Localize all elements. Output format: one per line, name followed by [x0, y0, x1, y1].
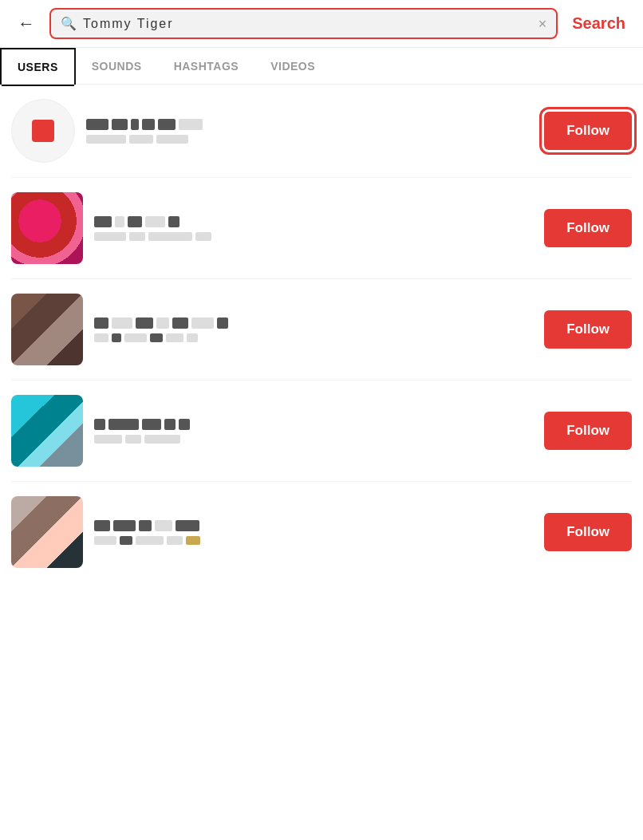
tab-sounds[interactable]: SOUNDS: [76, 49, 158, 84]
text-block: [94, 536, 116, 545]
user-list: Follow Follow: [0, 85, 643, 582]
text-block: [187, 333, 198, 342]
tab-videos[interactable]: VIDEOS: [254, 49, 331, 84]
text-block: [112, 317, 132, 329]
text-block: [191, 317, 214, 329]
user-info: [94, 317, 533, 342]
text-block: [139, 520, 152, 531]
username-bar: [94, 419, 533, 430]
tab-users[interactable]: USERS: [0, 48, 76, 85]
back-button[interactable]: ←: [11, 10, 41, 37]
follow-label: Follow: [566, 220, 609, 235]
text-block: [156, 135, 188, 144]
user-subtext-bar: [94, 232, 533, 241]
text-block: [168, 216, 179, 227]
user-info: [94, 216, 533, 241]
text-block: [125, 435, 141, 444]
username-bar: [94, 520, 533, 531]
list-item: Follow: [11, 279, 632, 381]
text-block: [142, 419, 161, 430]
text-block: [148, 232, 192, 241]
follow-label: Follow: [566, 423, 609, 438]
text-block: [94, 435, 122, 444]
tab-users-label: USERS: [18, 61, 58, 73]
avatar: [11, 99, 75, 163]
search-box: 🔍 ×: [49, 8, 558, 39]
text-block: [94, 317, 108, 329]
clear-icon: ×: [538, 16, 547, 32]
text-block: [131, 119, 139, 130]
clear-button[interactable]: ×: [538, 17, 547, 31]
follow-label: Follow: [566, 123, 609, 138]
text-block: [94, 333, 108, 342]
follow-label: Follow: [566, 524, 609, 539]
text-block: [129, 135, 153, 144]
tab-hashtags-label: HASHTAGS: [174, 60, 239, 73]
text-block: [94, 520, 110, 531]
text-block: [86, 119, 108, 130]
tab-hashtags[interactable]: HASHTAGS: [158, 49, 255, 84]
user-subtext-bar: [94, 435, 533, 444]
text-block: [179, 119, 203, 130]
text-block: [128, 216, 142, 227]
follow-button[interactable]: Follow: [544, 513, 632, 551]
follow-label: Follow: [566, 321, 609, 337]
text-block: [195, 232, 211, 241]
text-block: [136, 536, 164, 545]
text-block: [142, 119, 155, 130]
text-block: [179, 419, 190, 430]
avatar: [11, 496, 83, 568]
search-header: ← 🔍 × Search: [0, 0, 643, 48]
search-button[interactable]: Search: [566, 11, 632, 36]
user-subtext-bar: [86, 135, 533, 144]
text-block: [172, 317, 188, 329]
follow-button[interactable]: Follow: [544, 112, 632, 150]
user-info: [94, 520, 533, 545]
avatar: [11, 395, 83, 467]
user-subtext-bar: [94, 536, 533, 545]
text-block: [112, 333, 121, 342]
list-item: Follow: [11, 85, 632, 178]
text-block: [164, 419, 176, 430]
text-block: [217, 317, 228, 329]
tab-sounds-label: SOUNDS: [92, 60, 142, 73]
text-block: [86, 135, 126, 144]
text-block: [144, 435, 180, 444]
follow-button[interactable]: Follow: [544, 310, 632, 349]
text-block: [176, 520, 199, 531]
text-block: [94, 419, 105, 430]
tab-videos-label: VIDEOS: [270, 60, 315, 73]
search-icon: 🔍: [61, 16, 77, 31]
text-block: [94, 216, 112, 227]
text-block: [166, 333, 183, 342]
text-block: [186, 536, 200, 545]
text-block: [108, 419, 139, 430]
search-button-label: Search: [572, 14, 625, 32]
search-input[interactable]: [83, 17, 532, 31]
avatar-placeholder: [32, 120, 54, 142]
text-block: [155, 520, 172, 531]
text-block: [150, 333, 163, 342]
text-block: [136, 317, 153, 329]
username-bar: [94, 317, 533, 329]
avatar: [11, 294, 83, 365]
text-block: [124, 333, 147, 342]
text-block: [120, 536, 132, 545]
user-subtext-bar: [94, 333, 533, 342]
text-block: [129, 232, 145, 241]
list-item: Follow: [11, 381, 632, 482]
text-block: [112, 119, 128, 130]
text-block: [94, 232, 126, 241]
list-item: Follow: [11, 482, 632, 582]
follow-button[interactable]: Follow: [544, 412, 632, 450]
list-item: Follow: [11, 178, 632, 279]
text-block: [156, 317, 169, 329]
tab-bar: USERS SOUNDS HASHTAGS VIDEOS: [0, 48, 643, 85]
text-block: [145, 216, 165, 227]
user-info: [94, 419, 533, 444]
user-info: [86, 119, 533, 144]
text-block: [167, 536, 183, 545]
username-bar: [94, 216, 533, 227]
username-bar: [86, 119, 533, 130]
follow-button[interactable]: Follow: [544, 209, 632, 247]
